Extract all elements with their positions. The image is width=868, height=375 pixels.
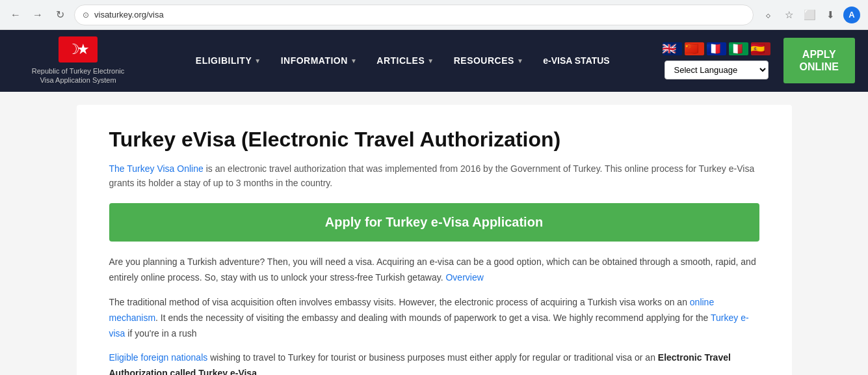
flag-chinese[interactable] [685, 42, 704, 55]
site-header: ☽★ Republic of Turkey Electronic Visa Ap… [0, 30, 868, 92]
turkey-visa-online-link[interactable]: The Turkey Visa Online [109, 163, 204, 174]
language-select[interactable]: Select Language English Chinese French I… [664, 61, 769, 79]
browser-actions: 🝔 ☆ ⬜ ⬇ A [760, 7, 860, 23]
apply-evisa-button[interactable]: Apply for Turkey e-Visa Application [109, 203, 759, 242]
extensions-icon[interactable]: ⬜ [802, 7, 817, 23]
browser-chrome: ← → ↻ ⊙ visaturkey.org/visa 🝔 ☆ ⬜ ⬇ A [0, 0, 868, 30]
star-icon[interactable]: ☆ [781, 7, 796, 23]
address-icon: ⊙ [83, 10, 89, 20]
forward-button[interactable]: → [30, 7, 46, 23]
resources-dropdown-arrow: ▼ [517, 57, 523, 64]
apply-online-button[interactable]: APPLYONLINE [783, 38, 855, 83]
flag-english[interactable] [663, 42, 682, 55]
nav-eligibility[interactable]: ELIGIBILITY ▼ [196, 55, 261, 66]
turkey-flag: ☽★ [59, 36, 98, 62]
crescent-icon: ☽★ [67, 41, 86, 58]
site-logo-text: Republic of Turkey Electronic Visa Appli… [26, 66, 130, 85]
body-para-1: Are you planning a Turkish adventure? Th… [109, 255, 759, 286]
main-content: Turkey eVisa (Electronic Travel Authoriz… [0, 92, 868, 375]
logo-area: ☽★ Republic of Turkey Electronic Visa Ap… [13, 36, 143, 85]
header-right: Select Language English Chinese French I… [663, 42, 770, 79]
refresh-button[interactable]: ↻ [52, 7, 68, 23]
language-flags [663, 42, 770, 55]
content-card: Turkey eVisa (Electronic Travel Authoriz… [77, 105, 792, 375]
eligibility-dropdown-arrow: ▼ [254, 57, 261, 64]
profile-avatar[interactable]: A [843, 7, 860, 23]
nav-information[interactable]: INFORMATION ▼ [281, 55, 358, 66]
body-para-3: Eligible foreign nationals wishing to tr… [109, 350, 759, 375]
address-text: visaturkey.org/visa [94, 10, 745, 20]
nav-evisa-status[interactable]: e-VISA STATUS [543, 55, 609, 66]
back-button[interactable]: ← [8, 7, 23, 23]
eye-slash-icon[interactable]: 🝔 [760, 7, 776, 23]
nav-menu: ELIGIBILITY ▼ INFORMATION ▼ ARTICLES ▼ R… [156, 55, 650, 66]
overview-link[interactable]: Overview [445, 272, 483, 283]
information-dropdown-arrow: ▼ [350, 57, 357, 64]
flag-french[interactable] [707, 42, 726, 55]
eligible-nationals-link[interactable]: Eligible foreign nationals [109, 352, 208, 363]
page-title: Turkey eVisa (Electronic Travel Authoriz… [109, 128, 759, 152]
flag-italian[interactable] [729, 42, 748, 55]
address-bar[interactable]: ⊙ visaturkey.org/visa [74, 5, 754, 25]
download-icon[interactable]: ⬇ [822, 7, 838, 23]
nav-articles[interactable]: ARTICLES ▼ [376, 55, 434, 66]
intro-text-content: is an electronic travel authorization th… [109, 163, 755, 188]
flag-spanish[interactable] [751, 42, 770, 55]
nav-resources[interactable]: RESOURCES ▼ [454, 55, 524, 66]
online-mechanism-link[interactable]: online mechanism [109, 297, 715, 323]
intro-paragraph: The Turkey Visa Online is an electronic … [109, 161, 759, 191]
turkey-evisa-link[interactable]: Turkey e-visa [109, 312, 749, 339]
body-para-2: The traditional method of visa acquisiti… [109, 295, 759, 341]
articles-dropdown-arrow: ▼ [427, 57, 434, 64]
